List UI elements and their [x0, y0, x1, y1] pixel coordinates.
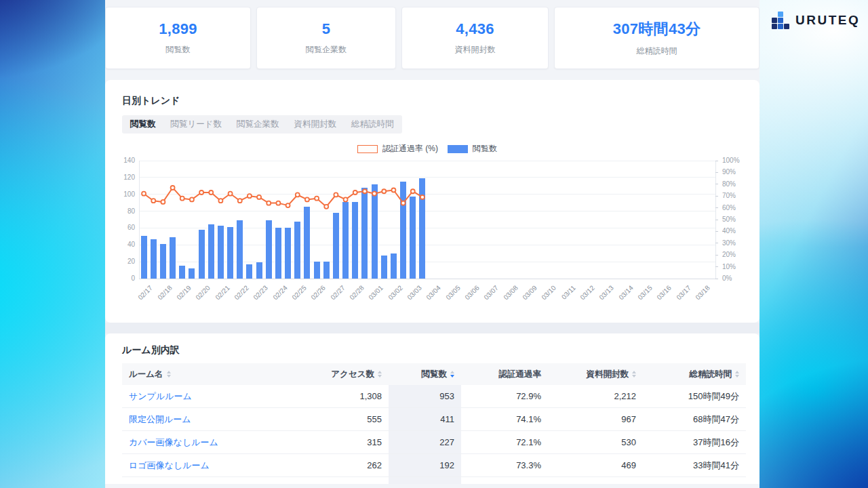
line-point [286, 203, 290, 207]
cell-views: 411 [389, 414, 461, 424]
cell-access: 315 [292, 437, 389, 447]
stat-value: 5 [322, 20, 331, 38]
stat-value: 4,436 [456, 20, 494, 38]
cell-doc-opens: 530 [548, 437, 643, 447]
col-header-label: アクセス数 [331, 369, 374, 380]
room-link[interactable]: 限定公開ルーム [129, 413, 191, 426]
right-axis-tick-label: 60% [722, 204, 749, 211]
table-row: カバー画像なしルーム 315 227 72.1% 530 37時間16分 [122, 431, 746, 454]
right-axis-tick-label: 80% [722, 180, 749, 188]
line-point [372, 192, 376, 196]
right-axis-tick [715, 161, 718, 161]
line-point [411, 189, 415, 193]
col-header-views[interactable]: 閲覧数 [389, 369, 461, 380]
cell-access: 1,308 [292, 391, 389, 401]
right-axis-tick [715, 220, 718, 220]
left-axis-tick-label: 60 [108, 224, 135, 231]
col-header-label: 閲覧数 [422, 369, 448, 380]
chart-legend: 認証通過率 (%) 閲覧数 [139, 143, 715, 155]
cell-access: 262 [292, 460, 389, 470]
auth-rate-line [139, 161, 715, 279]
line-point [248, 194, 252, 198]
legend-label: 認証通過率 (%) [382, 143, 438, 155]
stat-card-doc-opens: 4,436 資料開封数 [401, 7, 549, 69]
cell-views: 227 [389, 437, 461, 447]
cell-views: 192 [389, 460, 461, 470]
left-axis-tick-label: 0 [108, 274, 135, 282]
right-axis-tick [715, 196, 718, 197]
cell-read-time: 33時間41分 [643, 460, 746, 472]
col-header-read-time[interactable]: 総精読時間 [643, 369, 746, 380]
tab-doc-opens[interactable]: 資料開封数 [294, 119, 337, 130]
cell-auth-rate: 73.3% [461, 460, 548, 470]
content-column: 1,899 閲覧数 5 閲覧企業数 4,436 資料開封数 307時間43分 総… [105, 0, 760, 488]
cell-read-time: 37時間16分 [643, 436, 746, 449]
tab-views[interactable]: 閲覧数 [130, 119, 156, 130]
rooms-table: ルーム名 アクセス数 閲覧数 認証通過率 資料開封数 [122, 363, 746, 477]
bar-series-swatch-icon [448, 145, 468, 153]
room-link[interactable]: サンプルルーム [129, 390, 192, 403]
tab-read-time[interactable]: 総精読時間 [351, 119, 394, 130]
cell-auth-rate: 72.9% [461, 391, 548, 401]
tab-companies[interactable]: 閲覧企業数 [237, 119, 279, 130]
line-point [324, 205, 328, 209]
line-point [315, 197, 319, 201]
right-axis-tick-label: 90% [722, 168, 749, 176]
col-header-label: ルーム名 [129, 369, 163, 380]
room-breakdown-panel: ルーム別内訳 ルーム名 アクセス数 閲覧数 認証通過率 [105, 333, 760, 484]
line-point [296, 192, 300, 197]
legend-item-auth-rate: 認証通過率 (%) [357, 143, 438, 155]
room-breakdown-title: ルーム別内訳 [122, 344, 180, 357]
right-axis-tick [715, 207, 718, 208]
brand-logo: URUTEQ [772, 12, 860, 29]
col-header-auth-rate[interactable]: 認証通過率 [461, 369, 548, 380]
line-point [161, 200, 165, 204]
cell-views: 953 [389, 391, 461, 401]
left-axis-tick-label: 100 [108, 190, 135, 198]
left-axis-tick-label: 20 [108, 258, 135, 265]
right-axis-tick-label: 10% [722, 263, 749, 270]
legend-label: 閲覧数 [473, 143, 497, 155]
table-row: サンプルルーム 1,308 953 72.9% 2,212 150時間49分 [122, 385, 746, 408]
right-axis-tick-label: 30% [722, 239, 749, 247]
left-axis-tick-label: 140 [108, 157, 135, 164]
section-separator [105, 323, 760, 333]
line-series-swatch-icon [357, 145, 378, 153]
stat-label: 閲覧企業数 [306, 44, 347, 56]
table-row: ロゴ画像なしルーム 262 192 73.3% 469 33時間41分 [122, 454, 746, 477]
sort-icon-active-desc[interactable] [450, 371, 454, 378]
col-header-doc-opens[interactable]: 資料開封数 [548, 369, 643, 380]
daily-trend-panel: 日別トレンド 閲覧数 閲覧リード数 閲覧企業数 資料開封数 総精読時間 認証通過… [105, 80, 760, 323]
cell-auth-rate: 72.1% [461, 437, 548, 447]
col-header-room-name[interactable]: ルーム名 [122, 369, 292, 380]
sort-icon[interactable] [632, 371, 636, 378]
line-point [151, 199, 155, 203]
cell-access: 555 [292, 414, 389, 424]
stat-card-companies: 5 閲覧企業数 [256, 7, 396, 69]
left-axis-tick-label: 40 [108, 241, 135, 248]
room-link[interactable]: カバー画像なしルーム [129, 436, 218, 449]
table-row: 限定公開ルーム 555 411 74.1% 967 68時間47分 [122, 408, 746, 431]
uruteq-logo-icon [772, 12, 789, 29]
cell-doc-opens: 469 [548, 460, 643, 470]
line-point [229, 192, 233, 196]
col-header-access[interactable]: アクセス数 [292, 369, 389, 380]
stat-card-read-time: 307時間43分 総精読時間 [554, 7, 760, 69]
tab-leads[interactable]: 閲覧リード数 [171, 119, 222, 130]
stat-card-views: 1,899 閲覧数 [105, 7, 251, 69]
col-header-label: 資料開封数 [587, 369, 629, 380]
line-point [171, 186, 175, 190]
col-header-label: 総精読時間 [690, 369, 732, 380]
sort-icon[interactable] [735, 371, 739, 378]
right-axis-tick-label: 0% [722, 274, 749, 282]
line-point [420, 195, 425, 199]
stat-value: 1,899 [159, 20, 197, 38]
stat-label: 資料開封数 [455, 44, 496, 56]
sort-icon[interactable] [378, 371, 382, 378]
cell-read-time: 150時間49分 [643, 390, 746, 403]
stat-cards-row: 1,899 閲覧数 5 閲覧企業数 4,436 資料開封数 307時間43分 総… [105, 7, 760, 69]
line-point [218, 199, 222, 203]
room-link[interactable]: ロゴ画像なしルーム [129, 460, 210, 472]
sort-icon[interactable] [167, 371, 171, 378]
line-point [382, 189, 386, 193]
